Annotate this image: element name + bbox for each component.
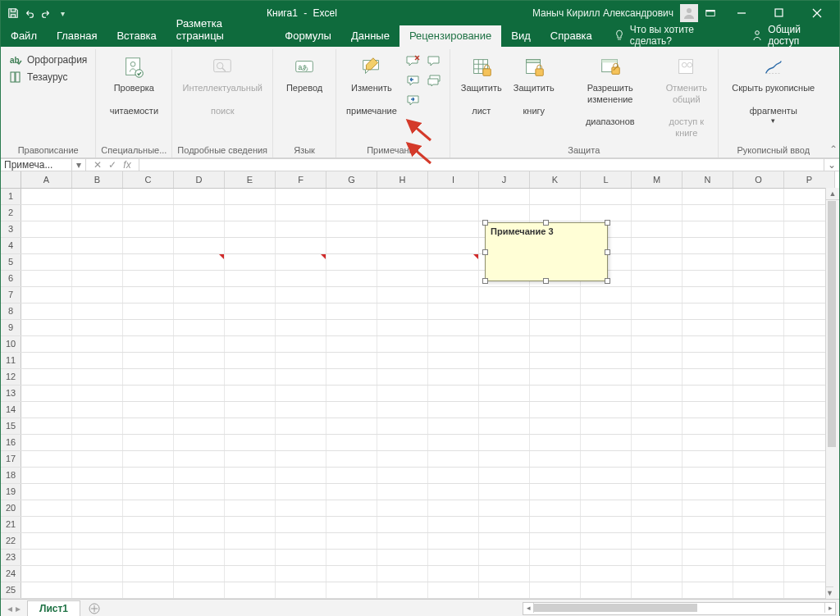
cell[interactable] — [123, 566, 174, 582]
cell[interactable] — [530, 500, 581, 516]
cell[interactable] — [581, 533, 632, 549]
cell[interactable] — [174, 468, 225, 483]
cell[interactable] — [225, 550, 276, 565]
cell[interactable] — [428, 271, 479, 286]
tab-page-layout[interactable]: Разметка страницы — [167, 13, 276, 47]
cell[interactable] — [123, 287, 174, 303]
cell[interactable] — [428, 189, 479, 204]
cell[interactable] — [682, 320, 733, 335]
cell[interactable] — [530, 369, 581, 385]
cell[interactable] — [733, 582, 784, 598]
cell[interactable] — [123, 369, 174, 385]
cell[interactable] — [733, 303, 784, 319]
scroll-thumb[interactable] — [533, 604, 697, 612]
cell[interactable] — [682, 303, 733, 319]
cell[interactable] — [733, 386, 784, 401]
cell[interactable] — [733, 566, 784, 582]
cell[interactable] — [377, 468, 428, 483]
cell[interactable] — [682, 336, 733, 352]
hide-ink-button[interactable]: Скрыть рукописныефрагменты ▾ — [724, 52, 824, 128]
sheet-tab[interactable]: Лист1 — [27, 600, 80, 616]
cell[interactable] — [479, 451, 530, 467]
cell[interactable] — [225, 566, 276, 582]
cell[interactable] — [123, 533, 174, 549]
cell[interactable] — [581, 484, 632, 500]
cell[interactable] — [632, 550, 682, 565]
cell[interactable] — [326, 451, 377, 467]
cell[interactable] — [530, 566, 581, 582]
next-comment-button[interactable] — [404, 92, 423, 110]
cell[interactable] — [225, 435, 276, 450]
horizontal-scrollbar[interactable]: ◂ ▸ — [523, 602, 836, 615]
cell[interactable] — [530, 468, 581, 483]
cell[interactable] — [733, 369, 784, 385]
row-header[interactable]: 6 — [1, 271, 21, 286]
cell[interactable] — [632, 517, 682, 532]
scroll-up-icon[interactable]: ▲ — [826, 188, 839, 200]
cell[interactable] — [733, 271, 784, 286]
cell[interactable] — [326, 189, 377, 204]
cell[interactable] — [377, 550, 428, 565]
cell[interactable] — [174, 517, 225, 532]
cell[interactable] — [225, 303, 276, 319]
column-header[interactable]: K — [530, 171, 581, 188]
cell[interactable] — [530, 484, 581, 500]
vertical-scrollbar[interactable]: ▲ ▼ — [825, 188, 839, 599]
protect-sheet-button[interactable]: Защититьлист — [455, 52, 508, 118]
cell[interactable] — [21, 418, 72, 434]
cell[interactable] — [479, 205, 530, 221]
cell[interactable] — [428, 287, 479, 303]
cell[interactable] — [377, 402, 428, 418]
cell[interactable] — [174, 353, 225, 368]
cell[interactable] — [174, 336, 225, 352]
column-header[interactable]: M — [632, 171, 682, 188]
cell[interactable] — [174, 386, 225, 401]
cell[interactable] — [174, 205, 225, 221]
cell[interactable] — [682, 386, 733, 401]
cell[interactable] — [479, 550, 530, 565]
cell[interactable] — [377, 582, 428, 598]
cell[interactable] — [479, 517, 530, 532]
cell[interactable] — [682, 189, 733, 204]
cell[interactable] — [377, 254, 428, 270]
cell[interactable] — [72, 320, 123, 335]
cell[interactable] — [72, 582, 123, 598]
cell[interactable] — [581, 566, 632, 582]
cell[interactable] — [123, 189, 174, 204]
tab-review[interactable]: Рецензирование — [399, 25, 501, 47]
cell[interactable] — [632, 320, 682, 335]
cell[interactable] — [632, 369, 682, 385]
cell[interactable] — [276, 517, 326, 532]
cell[interactable] — [326, 238, 377, 253]
cell[interactable] — [123, 205, 174, 221]
cell[interactable] — [428, 468, 479, 483]
cell[interactable] — [326, 435, 377, 450]
tab-insert[interactable]: Вставка — [107, 25, 166, 47]
cell[interactable] — [377, 386, 428, 401]
cell[interactable] — [123, 484, 174, 500]
cell[interactable] — [632, 451, 682, 467]
cell[interactable] — [21, 254, 72, 270]
cell[interactable] — [377, 221, 428, 237]
cell[interactable] — [682, 517, 733, 532]
cell[interactable] — [276, 238, 326, 253]
cell[interactable] — [21, 566, 72, 582]
cell[interactable] — [530, 287, 581, 303]
cell[interactable] — [682, 550, 733, 565]
cell[interactable] — [632, 533, 682, 549]
show-all-comments-button[interactable] — [425, 72, 445, 90]
cell[interactable] — [479, 320, 530, 335]
cell[interactable] — [225, 402, 276, 418]
cell[interactable] — [21, 287, 72, 303]
cell[interactable] — [733, 435, 784, 450]
cell[interactable] — [174, 435, 225, 450]
share-button[interactable]: Общий доступ — [740, 24, 839, 47]
cell[interactable] — [174, 550, 225, 565]
cell[interactable] — [632, 566, 682, 582]
cell[interactable] — [21, 451, 72, 467]
row-header[interactable]: 20 — [1, 500, 21, 516]
cell[interactable] — [479, 468, 530, 483]
cell[interactable] — [530, 582, 581, 598]
cell[interactable] — [72, 550, 123, 565]
column-header[interactable]: J — [479, 171, 530, 188]
